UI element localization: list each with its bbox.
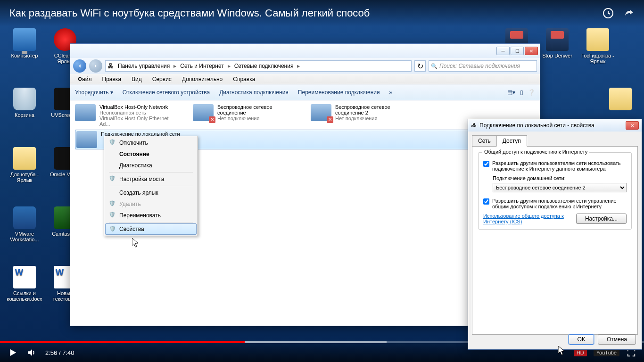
breadcrumb-item[interactable]: Сетевые подключения: [231, 61, 297, 71]
menu-file[interactable]: Файл: [73, 75, 97, 83]
conn-title: VirtualBox Host-Only Network: [99, 104, 179, 110]
allow-share-checkbox[interactable]: Разрешить другим пользователям сети испо…: [483, 160, 627, 172]
app-icon: [13, 28, 36, 51]
watch-later-icon[interactable]: [603, 8, 614, 19]
shield-icon: 🛡️: [109, 139, 116, 145]
connection-item[interactable]: Беспроводное сетевое соединение 2 Нет по…: [311, 104, 414, 121]
ics-group: Общий доступ к подключению к Интернету Р…: [478, 152, 632, 230]
conn-status: Нет подключения: [335, 115, 414, 121]
shield-icon: 🛡️: [109, 226, 116, 232]
explorer-titlebar: ─ ☐ ✕: [70, 44, 540, 58]
ok-button[interactable]: ОК: [569, 334, 594, 345]
group-label: Общий доступ к подключению к Интернету: [482, 149, 589, 155]
menubar: Файл Правка Вид Сервис Дополнительно Спр…: [70, 74, 540, 84]
menu-tools[interactable]: Сервис: [148, 75, 176, 83]
share-icon[interactable]: [623, 8, 635, 19]
context-menu-item[interactable]: Состояние: [105, 148, 197, 160]
context-menu-item: 🛡️Удалить: [105, 198, 197, 210]
connection-item[interactable]: Беспроводное сетевое соединение Нет подк…: [193, 104, 297, 121]
address-bar: 🖧 Панель управления▶ Сеть и Интернет▶ Се…: [70, 58, 540, 74]
app-icon: [13, 206, 36, 229]
desktop-icon[interactable]: Компьютер: [7, 28, 42, 58]
video-title: Как раздавать WiFi с ноутбука средствами…: [9, 7, 370, 19]
desktop-icon[interactable]: Stop Denwer: [539, 28, 575, 58]
context-menu-item[interactable]: 🛡️Переименовать: [105, 210, 197, 221]
preview-pane-icon[interactable]: ▯: [520, 89, 523, 96]
youtube-logo[interactable]: YouTube: [594, 349, 619, 356]
conn-status: Нет подключения: [217, 115, 297, 121]
back-button[interactable]: [73, 59, 86, 73]
tab-sharing[interactable]: Доступ: [496, 135, 527, 147]
search-input[interactable]: Поиск: Сетевые подключения: [429, 60, 537, 72]
dialog-titlebar: 🖧 Подключение по локальной сети - свойст…: [468, 119, 642, 132]
context-menu-item[interactable]: 🛡️Свойства: [105, 223, 197, 235]
allow-control-checkbox[interactable]: Разрешить другим пользователям сети упра…: [483, 198, 627, 209]
context-menu-item[interactable]: 🛡️Настройка моста: [105, 173, 197, 185]
minimize-button[interactable]: ─: [496, 47, 510, 55]
breadcrumb-item[interactable]: Сеть и Интернет: [177, 61, 226, 71]
shield-icon: 🛡️: [109, 212, 116, 218]
menu-help[interactable]: Справка: [228, 75, 260, 83]
menu-view[interactable]: Вид: [127, 75, 147, 83]
dialog-title: Подключение по локальной сети - свойства: [479, 122, 594, 129]
context-menu-item[interactable]: Диагностика: [105, 160, 197, 171]
adapter-icon: [75, 104, 96, 121]
icon-label: Для ютуба - Ярлык: [7, 172, 42, 183]
desktop-icon[interactable]: Корзина: [7, 88, 42, 118]
help-icon[interactable]: ❔: [528, 89, 535, 96]
diagnose-conn[interactable]: Диагностика подключения: [219, 89, 289, 96]
app-icon: [13, 147, 36, 170]
app-icon: [586, 28, 609, 51]
desktop-icon[interactable]: Для ютуба - Ярлык: [7, 147, 42, 183]
disable-device[interactable]: Отключение сетевого устройства: [123, 89, 210, 96]
hd-badge[interactable]: HD: [574, 349, 587, 356]
view-options-icon[interactable]: ▤▾: [507, 89, 515, 96]
conn-title: Беспроводное сетевое соединение: [217, 104, 297, 115]
menu-advanced[interactable]: Дополнительно: [177, 75, 227, 83]
app-icon: [13, 266, 36, 288]
toolbar: Упорядочить ▾ Отключение сетевого устрой…: [70, 84, 540, 100]
rename-conn[interactable]: Переименование подключения: [298, 89, 380, 96]
breadcrumb-item[interactable]: Панель управления: [115, 61, 173, 71]
menu-edit[interactable]: Правка: [98, 75, 126, 83]
desktop-icon[interactable]: VMware Workstatio...: [7, 206, 42, 242]
context-menu: 🛡️ОтключитьСостояниеДиагностика🛡️Настрой…: [104, 136, 198, 236]
home-net-label: Подключение домашней сети:: [493, 175, 627, 181]
properties-dialog: 🖧 Подключение по локальной сети - свойст…: [468, 119, 642, 350]
refresh-button[interactable]: ↻: [414, 60, 426, 72]
forward-button[interactable]: [89, 59, 102, 73]
desktop-icon[interactable]: Ссылки и кошельки.docx: [7, 266, 42, 302]
adapter-icon: [76, 131, 97, 148]
organize-menu[interactable]: Упорядочить ▾: [75, 89, 113, 96]
dialog-close-button[interactable]: ✕: [626, 121, 639, 130]
icon-label: Stop Denwer: [539, 53, 575, 58]
close-button[interactable]: ✕: [525, 47, 538, 55]
tabs: Сеть Доступ: [472, 135, 638, 147]
context-menu-item[interactable]: Создать ярлык: [105, 187, 197, 198]
settings-button[interactable]: Настройка...: [576, 214, 627, 224]
tab-network[interactable]: Сеть: [472, 135, 497, 147]
tab-panel: Общий доступ к подключению к Интернету Р…: [472, 146, 638, 335]
connection-item[interactable]: VirtualBox Host-Only Network Неопознанна…: [75, 104, 179, 127]
icon-label: ГосГидрогра - Ярлык: [580, 53, 616, 64]
icon-label: Корзина: [7, 112, 42, 118]
volume-icon[interactable]: [26, 347, 37, 358]
desktop-icon[interactable]: [603, 88, 638, 112]
time-display: 2:56 / 7:40: [45, 349, 74, 356]
adapter-icon: [311, 104, 331, 121]
shield-icon: 🛡️: [109, 200, 116, 206]
play-button[interactable]: [8, 347, 18, 358]
conn-title: Беспроводное сетевое соединение 2: [335, 104, 414, 115]
ics-help-link[interactable]: Использование общего доступа к Интернету…: [483, 213, 571, 224]
network-icon: 🖧: [471, 122, 477, 129]
home-net-select[interactable]: Беспроводное сетевое соединение 2: [493, 183, 627, 192]
desktop-icon[interactable]: ГосГидрогра - Ярлык: [580, 28, 616, 64]
icon-label: VMware Workstatio...: [7, 231, 42, 242]
toolbar-overflow[interactable]: »: [389, 89, 392, 96]
maximize-button[interactable]: ☐: [511, 47, 524, 55]
adapter-icon: [193, 104, 214, 121]
app-icon: [546, 28, 569, 51]
cancel-button[interactable]: Отмена: [598, 334, 636, 345]
context-menu-item[interactable]: 🛡️Отключить: [105, 137, 197, 148]
breadcrumb[interactable]: 🖧 Панель управления▶ Сеть и Интернет▶ Се…: [105, 60, 412, 72]
